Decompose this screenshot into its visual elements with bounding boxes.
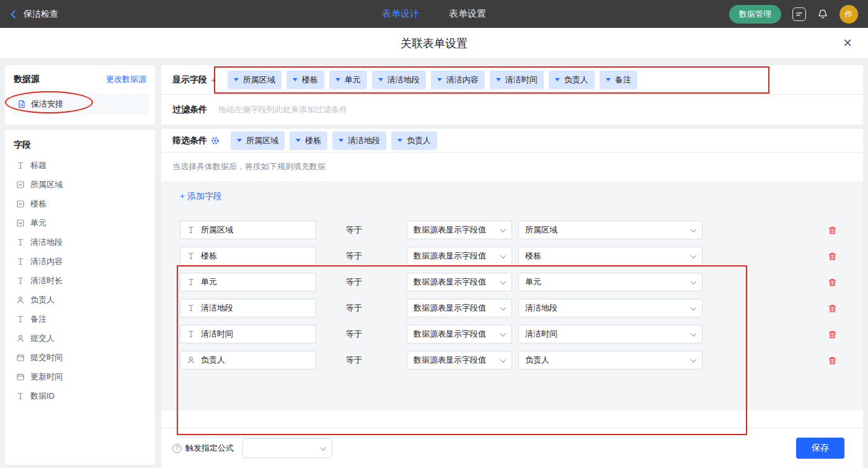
rule-target-field-input[interactable]: 清洁时间 [180, 325, 316, 343]
text-icon [16, 392, 25, 400]
filter-drop-zone[interactable]: 拖动左侧字段到此处来添加过滤条件 [207, 95, 863, 124]
rule-source-select[interactable]: 数据源表显示字段值 [407, 273, 512, 291]
field-item-9[interactable]: 提交人 [11, 329, 149, 348]
help-icon[interactable]: ? [172, 444, 182, 453]
field-item-4[interactable]: 清洁地段 [11, 232, 149, 252]
field-item-10[interactable]: 提交时间 [11, 348, 149, 367]
rule-row-0: 所属区域等于数据源表显示字段值所属区域 [172, 217, 863, 243]
text-icon [187, 226, 195, 234]
rule-value-select[interactable]: 所属区域 [518, 221, 702, 239]
field-item-2[interactable]: 楼栋 [11, 194, 149, 213]
gear-icon[interactable] [211, 136, 219, 145]
rule-target-field-input[interactable]: 负责人 [180, 351, 316, 369]
caret-down-icon [397, 139, 402, 142]
add-display-field-button[interactable]: + [211, 74, 216, 85]
field-item-0[interactable]: 标题 [11, 156, 149, 175]
field-item-label: 提交人 [30, 333, 55, 344]
trash-icon[interactable] [828, 356, 837, 365]
data-manage-button[interactable]: 数据管理 [729, 5, 781, 24]
fill-rule-hint: 当选择具体数据后，将按如下规则填充数据 [161, 152, 863, 181]
chevron-down-icon [691, 252, 697, 258]
rule-source-select[interactable]: 数据源表显示字段值 [407, 351, 512, 369]
rule-row-1: 楼栋等于数据源表显示字段值楼栋 [172, 243, 863, 269]
bell-icon[interactable] [817, 9, 828, 20]
select-icon [16, 180, 25, 189]
rule-value-select[interactable]: 楼栋 [518, 247, 702, 265]
text-icon [187, 252, 195, 260]
close-icon[interactable]: × [843, 35, 852, 50]
field-item-5[interactable]: 清洁内容 [11, 252, 149, 271]
field-item-7[interactable]: 负责人 [11, 290, 149, 309]
field-item-1[interactable]: 所属区域 [11, 175, 149, 194]
trash-icon[interactable] [828, 330, 837, 339]
app-panel-icon[interactable] [792, 7, 806, 21]
rule-value-select[interactable]: 单元 [518, 273, 702, 291]
field-item-11[interactable]: 更新时间 [11, 367, 149, 386]
rule-target-field-input[interactable]: 所属区域 [180, 221, 316, 239]
tab-form-settings[interactable]: 表单设置 [449, 8, 486, 20]
field-item-12[interactable]: 数据ID [11, 386, 149, 405]
rule-row-2: 单元等于数据源表显示字段值单元 [172, 269, 863, 295]
screen-condition-tag-2[interactable]: 清洁地段 [332, 131, 386, 150]
chevron-down-icon [500, 226, 507, 232]
display-field-tag-5[interactable]: 清洁时间 [490, 71, 544, 89]
field-item-8[interactable]: 备注 [11, 309, 149, 329]
rule-target-field-input[interactable]: 楼栋 [180, 247, 316, 265]
rule-source-select[interactable]: 数据源表显示字段值 [407, 221, 512, 239]
avatar[interactable]: 作 [839, 5, 858, 24]
document-icon [17, 100, 26, 108]
screen-condition-tag-3[interactable]: 负责人 [391, 131, 437, 150]
trash-icon[interactable] [828, 278, 837, 287]
display-field-tag-6[interactable]: 负责人 [549, 71, 595, 89]
tab-form-design[interactable]: 表单设计 [382, 8, 419, 20]
display-field-tag-1[interactable]: 楼栋 [286, 71, 324, 89]
trash-icon[interactable] [828, 304, 837, 313]
rule-target-field-input[interactable]: 单元 [180, 273, 316, 291]
calendar-icon [16, 373, 25, 381]
rule-source-value: 数据源表显示字段值 [414, 329, 486, 340]
text-icon [16, 238, 25, 247]
rule-source-select[interactable]: 数据源表显示字段值 [407, 299, 512, 317]
display-field-tag-0[interactable]: 所属区域 [228, 71, 281, 89]
rule-operator: 等于 [346, 355, 383, 366]
rule-target-field-input[interactable]: 清洁地段 [180, 299, 316, 317]
rule-operator: 等于 [346, 224, 383, 236]
screen-condition-tag-0[interactable]: 所属区域 [231, 131, 285, 150]
select-icon [16, 219, 25, 227]
tag-label: 所属区域 [243, 74, 275, 86]
caret-down-icon [296, 139, 301, 142]
rule-operator: 等于 [346, 329, 383, 340]
display-field-tag-2[interactable]: 单元 [329, 71, 367, 89]
rule-value-select[interactable]: 清洁时间 [518, 325, 702, 343]
display-fields-row: 显示字段 + 所属区域楼栋单元清洁地段清洁内容清洁时间负责人备注 [161, 65, 863, 95]
topbar-actions: 数据管理 作 [729, 5, 858, 24]
chevron-down-icon [500, 252, 507, 258]
datasource-title: 数据源 [14, 74, 40, 85]
rule-source-select[interactable]: 数据源表显示字段值 [407, 247, 512, 265]
field-item-3[interactable]: 单元 [11, 213, 149, 232]
display-field-tag-7[interactable]: 备注 [600, 71, 637, 89]
save-button[interactable]: 保存 [796, 438, 844, 459]
screen-condition-tag-1[interactable]: 楼栋 [290, 131, 327, 150]
rule-value-select[interactable]: 负责人 [518, 351, 702, 369]
trash-icon[interactable] [828, 252, 837, 261]
fields-panel: 字段 标题所属区域楼栋单元清洁地段清洁内容清洁时长负责人备注提交人提交时间更新时… [5, 130, 155, 465]
tag-label: 负责人 [407, 135, 431, 146]
datasource-item[interactable]: 保洁安排 [11, 94, 149, 115]
chevron-down-icon [691, 356, 697, 363]
rule-value-select[interactable]: 清洁地段 [518, 299, 702, 317]
text-icon [16, 315, 25, 324]
field-item-6[interactable]: 清洁时长 [11, 271, 149, 290]
rule-source-select[interactable]: 数据源表显示字段值 [407, 325, 512, 343]
change-datasource-link[interactable]: 更改数据源 [106, 74, 146, 85]
display-field-tag-4[interactable]: 清洁内容 [431, 71, 485, 89]
back-button[interactable]: 保洁检查 [9, 9, 58, 20]
formula-select[interactable] [242, 438, 332, 458]
chevron-down-icon [500, 330, 507, 337]
calendar-icon [16, 353, 25, 362]
rule-value-value: 楼栋 [525, 250, 541, 262]
display-field-tag-3[interactable]: 清洁地段 [372, 71, 426, 89]
add-rule-field-link[interactable]: + 添加字段 [180, 191, 222, 202]
trash-icon[interactable] [828, 226, 837, 235]
filter-label: 过滤条件 [172, 104, 207, 115]
